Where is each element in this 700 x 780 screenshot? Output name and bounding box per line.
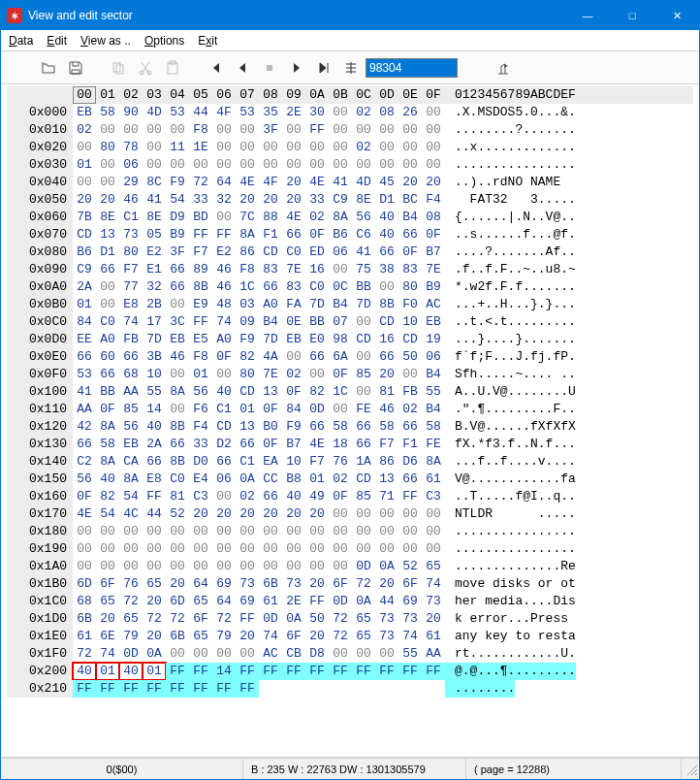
- hex-row[interactable]: 0x090C966F7E1668946F8837E16007538837E.f.…: [7, 261, 693, 278]
- hex-byte[interactable]: 09: [236, 313, 259, 331]
- menu-exit[interactable]: Exit: [198, 34, 217, 48]
- hex-byte[interactable]: 8B: [375, 296, 398, 313]
- hex-row[interactable]: 0x02000807800111E00000000000002000000..x…: [7, 139, 693, 156]
- hex-byte[interactable]: 79: [212, 628, 236, 645]
- hex-byte[interactable]: 83: [398, 261, 422, 278]
- hex-byte[interactable]: FF: [189, 680, 212, 698]
- hex-byte[interactable]: 89: [189, 261, 212, 278]
- hex-byte[interactable]: 00: [236, 523, 259, 540]
- hex-byte[interactable]: 53: [166, 104, 189, 121]
- hex-byte[interactable]: 65: [422, 558, 445, 575]
- prev-icon[interactable]: [230, 55, 255, 81]
- hex-byte[interactable]: 66: [73, 348, 96, 366]
- hex-byte[interactable]: 00: [329, 523, 352, 540]
- hex-byte[interactable]: 64: [212, 174, 236, 191]
- hex-byte[interactable]: 50: [305, 610, 329, 628]
- hex-byte[interactable]: 14: [212, 663, 236, 680]
- hex-byte[interactable]: 46: [212, 261, 236, 278]
- hex-byte[interactable]: 0E: [282, 313, 305, 331]
- hex-byte[interactable]: E2: [143, 244, 166, 261]
- hex-byte[interactable]: BB: [305, 313, 329, 331]
- hex-row[interactable]: 0x1A00000000000000000000000000D0A5265...…: [7, 558, 693, 575]
- menu-viewas[interactable]: View as ..: [80, 34, 131, 48]
- hex-byte[interactable]: 00: [329, 401, 352, 418]
- hex-byte[interactable]: 20: [422, 174, 445, 191]
- hex-byte[interactable]: 6F: [282, 628, 305, 645]
- hex-byte[interactable]: EB: [282, 331, 305, 348]
- last-icon[interactable]: [311, 55, 336, 81]
- hex-byte[interactable]: 66: [352, 436, 375, 453]
- hex-byte[interactable]: EB: [119, 436, 143, 453]
- hex-byte[interactable]: 6F: [96, 575, 119, 593]
- hex-byte[interactable]: 20: [282, 174, 305, 191]
- hex-byte[interactable]: 14: [143, 401, 166, 418]
- hex-byte[interactable]: 72: [119, 593, 143, 610]
- hex-byte[interactable]: 80: [398, 278, 422, 296]
- hex-byte[interactable]: 46: [375, 401, 398, 418]
- hex-row[interactable]: 0x0502020464154333220202033C98ED1BCF4 FA…: [7, 191, 693, 209]
- hex-byte[interactable]: 00: [305, 139, 329, 156]
- hex-byte[interactable]: FF: [189, 663, 212, 680]
- hex-byte[interactable]: 01: [236, 401, 259, 418]
- hex-byte[interactable]: 00: [329, 505, 352, 523]
- hex-byte[interactable]: 6D: [166, 593, 189, 610]
- hex-byte[interactable]: 00: [119, 558, 143, 575]
- hex-row[interactable]: 0x0400000298CF972644E4F204E414D452020..)…: [7, 174, 693, 191]
- menu-data[interactable]: Data: [9, 34, 33, 48]
- hex-byte[interactable]: 20: [236, 505, 259, 523]
- hex-row[interactable]: 0x070CD137305B9FFFF8AF1660FB6C640660F..s…: [7, 226, 693, 244]
- hex-byte[interactable]: 61: [259, 593, 282, 610]
- hex-row[interactable]: 0x1F072740D0A00000000ACCBD800000055AArt.…: [7, 645, 693, 663]
- hex-byte[interactable]: CD: [73, 226, 96, 244]
- hex-byte[interactable]: 74: [259, 628, 282, 645]
- hex-byte[interactable]: FF: [375, 663, 398, 680]
- hex-byte[interactable]: 76: [119, 575, 143, 593]
- hex-byte[interactable]: 00: [375, 523, 398, 540]
- hex-byte[interactable]: 13: [96, 226, 119, 244]
- hex-byte[interactable]: EB: [73, 104, 96, 121]
- hex-byte[interactable]: 00: [212, 645, 236, 663]
- hex-byte[interactable]: 8A: [96, 453, 119, 471]
- hex-byte[interactable]: 00: [119, 540, 143, 558]
- hex-byte[interactable]: 1C: [329, 383, 352, 401]
- hex-row[interactable]: 0x0E06660663B46F80F824A00666A00665006f`f…: [7, 348, 693, 366]
- hex-byte[interactable]: 02: [73, 121, 96, 139]
- hex-byte[interactable]: 08: [375, 104, 398, 121]
- hex-byte[interactable]: 58: [96, 104, 119, 121]
- minimize-button[interactable]: —: [565, 1, 610, 30]
- hex-byte[interactable]: 66: [375, 348, 398, 366]
- paste-icon[interactable]: [160, 55, 185, 81]
- hex-byte[interactable]: 0D: [119, 645, 143, 663]
- hex-byte[interactable]: 00: [352, 540, 375, 558]
- hex-byte[interactable]: AA: [119, 383, 143, 401]
- hex-byte[interactable]: 20: [166, 575, 189, 593]
- hex-byte[interactable]: 00: [282, 121, 305, 139]
- hex-byte[interactable]: 3C: [166, 313, 189, 331]
- hex-byte[interactable]: E4: [189, 471, 212, 488]
- hex-byte[interactable]: FB: [119, 331, 143, 348]
- hex-byte[interactable]: 66: [352, 418, 375, 436]
- hex-byte[interactable]: A0: [212, 331, 236, 348]
- hex-byte[interactable]: 00: [96, 278, 119, 296]
- hex-byte[interactable]: 20: [375, 366, 398, 383]
- hex-byte[interactable]: 66: [375, 244, 398, 261]
- hex-byte[interactable]: 00: [352, 121, 375, 139]
- hex-byte[interactable]: 20: [96, 191, 119, 209]
- hex-row[interactable]: 0x110AA0F851400F6C1010F840D00FE4602B4.".…: [7, 401, 693, 418]
- hex-byte[interactable]: 01: [73, 296, 96, 313]
- hex-byte[interactable]: 41: [143, 191, 166, 209]
- hex-byte[interactable]: 00: [143, 540, 166, 558]
- hex-byte[interactable]: 00: [375, 156, 398, 174]
- hex-byte[interactable]: 65: [189, 593, 212, 610]
- hex-byte[interactable]: 00: [96, 558, 119, 575]
- hex-byte[interactable]: 40: [212, 383, 236, 401]
- hex-byte[interactable]: E5: [189, 331, 212, 348]
- hex-row[interactable]: 0x03001000600000000000000000000000000...…: [7, 156, 693, 174]
- hex-byte[interactable]: 20: [73, 191, 96, 209]
- hex-byte[interactable]: 0D: [352, 558, 375, 575]
- hex-byte[interactable]: 00: [422, 540, 445, 558]
- hex-byte[interactable]: F7: [305, 453, 329, 471]
- hex-byte[interactable]: 10: [143, 366, 166, 383]
- hex-byte[interactable]: 00: [259, 523, 282, 540]
- hex-byte[interactable]: FF: [236, 610, 259, 628]
